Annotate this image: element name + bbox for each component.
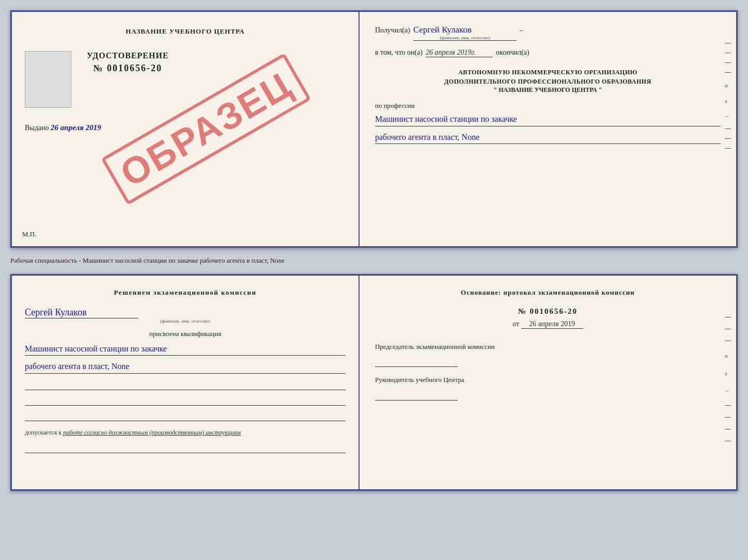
right-side-dashes: и а ← xyxy=(725,43,731,149)
date-line: в том, что он(а) 26 апреля 2019г. окончи… xyxy=(375,49,721,57)
fio-hint: (фамилия, имя, отчество) xyxy=(413,35,517,40)
predsedatel-label: Председатель экзаменационной комиссии xyxy=(375,342,721,352)
cert-vydano: Выдано 26 апреля 2019 xyxy=(25,123,346,132)
cert-number-block: УДОСТОВЕРЕНИЕ № 0010656-20 xyxy=(87,51,169,74)
person-name-block: Сергей Кулаков (фамилия, имя, отчество) xyxy=(25,307,346,324)
okonchil-label: окончил(а) xyxy=(496,49,529,57)
profession-line2: рабочего агента в пласт, None xyxy=(375,131,721,145)
dopuskaetsya-prefix: допускается к xyxy=(25,429,61,436)
predsedatel-signature xyxy=(375,356,458,367)
rukovoditel-signature xyxy=(375,389,458,401)
org-line1: АВТОНОМНУЮ НЕКОММЕРЧЕСКУЮ ОРГАНИЗАЦИЮ xyxy=(375,68,721,77)
rukovoditel-label: Руководитель учебного Центра xyxy=(375,375,721,385)
receiver-line: Получил(а) Сергей Кулаков (фамилия, имя,… xyxy=(375,25,721,41)
date-value: 26 апреля 2019г. xyxy=(426,49,493,57)
blank-lines xyxy=(25,379,346,421)
vtom-prefix: в том, что он(а) xyxy=(375,49,423,57)
top-document: НАЗВАНИЕ УЧЕБНОГО ЦЕНТРА УДОСТОВЕРЕНИЕ №… xyxy=(10,10,738,248)
rukovoditel-block: Руководитель учебного Центра xyxy=(375,375,721,401)
cert-photo xyxy=(25,51,71,108)
qualification-line2: рабочего агента в пласт, None xyxy=(25,360,346,374)
chairman-block: Председатель экзаменационной комиссии xyxy=(375,342,721,367)
vydano-date: 26 апреля 2019 xyxy=(51,123,101,132)
protocol-number: № 0010656-20 xyxy=(375,307,721,316)
cert-title: НАЗВАНИЕ УЧЕБНОГО ЦЕНТРА xyxy=(25,27,346,36)
blank-line-3 xyxy=(25,410,346,421)
top-right-panel: Получил(а) Сергей Кулаков (фамилия, имя,… xyxy=(360,12,736,246)
profession-block: по профессии Машинист насосной станции п… xyxy=(375,102,721,144)
middle-text: Рабочая специальность - Машинист насосно… xyxy=(10,253,738,269)
org-line2: ДОПОЛНИТЕЛЬНОГО ПРОФЕССИОНАЛЬНОГО ОБРАЗО… xyxy=(375,77,721,86)
vydano-prefix: Выдано xyxy=(25,124,49,132)
mp-label: М.П. xyxy=(22,230,36,238)
bottom-document: Решением экзаменационной комиссии Сергей… xyxy=(10,274,738,491)
blank-line-bottom xyxy=(25,442,346,453)
page-wrapper: НАЗВАНИЕ УЧЕБНОГО ЦЕНТРА УДОСТОВЕРЕНИЕ №… xyxy=(10,10,738,491)
qualification-line1: Машинист насосной станции по закачке xyxy=(25,342,346,356)
bottom-left-panel: Решением экзаменационной комиссии Сергей… xyxy=(12,276,360,489)
blank-line-2 xyxy=(25,394,346,406)
ot-prefix: от xyxy=(512,320,519,328)
person-name-bottom: Сергей Кулаков xyxy=(25,307,138,318)
po-professii-label: по профессии xyxy=(375,102,721,110)
fio-hint-bottom: (фамилия, имя, отчество) xyxy=(25,318,346,324)
poluchil-label: Получил(а) xyxy=(375,26,410,35)
org-name: " НАЗВАНИЕ УЧЕБНОГО ЦЕНТРА " xyxy=(375,86,721,94)
bottom-right-panel: Основание: протокол экзаменационной коми… xyxy=(360,276,736,489)
cert-number: № 0010656-20 xyxy=(87,63,169,74)
protocol-date-value: 26 апреля 2019 xyxy=(521,320,583,329)
cert-label: УДОСТОВЕРЕНИЕ xyxy=(87,51,169,60)
right-side-dashes-bottom: и а ← xyxy=(725,317,731,441)
org-block: АВТОНОМНУЮ НЕКОММЕРЧЕСКУЮ ОРГАНИЗАЦИЮ ДО… xyxy=(375,68,721,94)
top-left-panel: НАЗВАНИЕ УЧЕБНОГО ЦЕНТРА УДОСТОВЕРЕНИЕ №… xyxy=(12,12,360,246)
decision-title: Решением экзаменационной комиссии xyxy=(25,289,346,297)
dopuskaetsya-value: работе согласно должностным (производств… xyxy=(63,429,241,436)
protocol-date: от 26 апреля 2019 xyxy=(375,320,721,329)
prisvоena-label: присвоена квалификация xyxy=(25,330,346,338)
blank-line-1 xyxy=(25,379,346,390)
osnование-title: Основание: протокол экзаменационной коми… xyxy=(375,289,721,297)
dopuskaetsya-block: допускается к работе согласно должностны… xyxy=(25,429,346,437)
profession-line1: Машинист насосной станции по закачке xyxy=(375,113,721,126)
receiver-name: Сергей Кулаков (фамилия, имя, отчество) xyxy=(413,25,517,41)
